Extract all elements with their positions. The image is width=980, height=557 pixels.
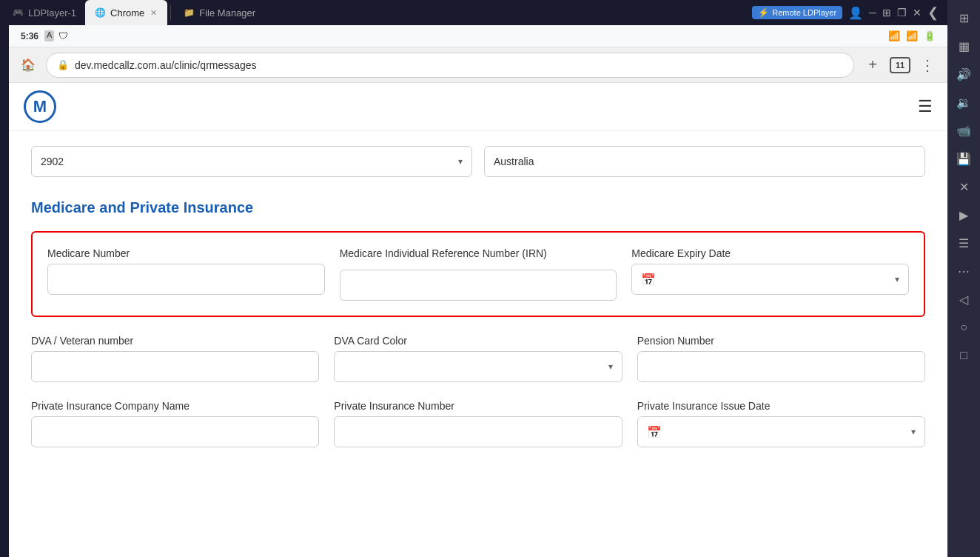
browser-toolbar: 🏠 🔒 dev.medcallz.com.au/clinic/qrmessage… bbox=[9, 47, 947, 83]
remote-badge[interactable]: ⚡ Remote LDPlayer bbox=[752, 6, 842, 19]
main-wrapper: M ☰ 2902 ▾ Australia Medicare and Privat… bbox=[9, 83, 947, 557]
emulator-icon-volume-down[interactable]: 🔉 bbox=[952, 90, 976, 114]
emulator-icon-save[interactable]: 💾 bbox=[952, 147, 976, 170]
medicare-irn-input[interactable] bbox=[340, 270, 617, 301]
emulator-icon-1[interactable]: ⊞ bbox=[952, 6, 976, 30]
dva-number-label: DVA / Veteran number bbox=[31, 335, 319, 347]
keyboard-icon: A bbox=[44, 30, 54, 41]
dva-card-color-group: DVA Card Color ▾ bbox=[334, 335, 622, 382]
emulator-icon-2[interactable]: ▦ bbox=[952, 34, 976, 58]
tab-ldplayer[interactable]: 🎮 LDPlayer-1 bbox=[3, 0, 85, 25]
emulator-icon-more[interactable]: ⋯ bbox=[952, 259, 976, 283]
tab-filemanager-label: File Manager bbox=[199, 7, 255, 19]
medicare-expiry-date-select[interactable]: 📅 ▾ bbox=[631, 264, 909, 295]
dva-number-group: DVA / Veteran number bbox=[31, 335, 319, 382]
emulator-icon-close[interactable]: ✕ bbox=[952, 175, 976, 199]
back-arrow[interactable]: ❮ bbox=[927, 4, 939, 21]
battery-icon: 🔋 bbox=[924, 30, 936, 41]
tab-chrome-label: Chrome bbox=[110, 7, 144, 19]
tabs-count-badge[interactable]: 11 bbox=[890, 57, 910, 73]
page-content: 2902 ▾ Australia Medicare and Private In… bbox=[9, 131, 947, 556]
calendar-icon: 📅 bbox=[641, 273, 895, 287]
dva-card-chevron: ▾ bbox=[608, 361, 613, 372]
app-logo: M bbox=[24, 90, 56, 123]
pension-number-input[interactable] bbox=[637, 351, 925, 382]
insurance-issue-date-label: Private Insurance Issue Date bbox=[637, 400, 925, 412]
emulator-left-strip bbox=[0, 0, 9, 557]
chrome-tab-close[interactable]: ✕ bbox=[149, 7, 158, 19]
insurance-number-label: Private Insurance Number bbox=[334, 400, 622, 412]
insurance-company-input[interactable] bbox=[31, 416, 319, 447]
remote-label: Remote LDPlayer bbox=[772, 8, 836, 17]
statusbar: 5:36 A 🛡 📶 📶 🔋 bbox=[9, 25, 947, 47]
statusbar-right: 📶 📶 🔋 bbox=[888, 30, 936, 41]
insurance-company-group: Private Insurance Company Name bbox=[31, 400, 319, 447]
medicare-section: Medicare Number Medicare Individual Refe… bbox=[31, 231, 925, 317]
close-btn[interactable]: ✕ bbox=[913, 7, 922, 19]
medicare-expiry-group: Medicare Expiry Date 📅 ▾ bbox=[631, 247, 909, 301]
tiles-icon[interactable]: ⊞ bbox=[882, 7, 891, 19]
insurance-issue-date-group: Private Insurance Issue Date 📅 ▾ bbox=[637, 400, 925, 447]
wifi-icon: 📶 bbox=[888, 30, 900, 41]
tab-filemanager[interactable]: 📁 File Manager bbox=[174, 0, 264, 25]
toolbar-actions: + 11 ⋮ bbox=[862, 54, 939, 76]
restore-btn[interactable]: ❐ bbox=[897, 7, 907, 19]
hamburger-menu[interactable]: ☰ bbox=[918, 97, 933, 116]
medicare-grid: Medicare Number Medicare Individual Refe… bbox=[47, 247, 909, 301]
country-value: Australia bbox=[494, 156, 916, 167]
insurance-issue-date-select[interactable]: 📅 ▾ bbox=[637, 416, 925, 447]
emulator-icon-back[interactable]: ◁ bbox=[952, 287, 976, 311]
tab-ldplayer-label: LDPlayer-1 bbox=[28, 7, 76, 19]
insurance-number-group: Private Insurance Number bbox=[334, 400, 622, 447]
filemanager-icon: 📁 bbox=[183, 7, 195, 19]
medicare-number-group: Medicare Number bbox=[47, 247, 325, 301]
insurance-grid: Private Insurance Company Name Private I… bbox=[31, 400, 925, 447]
medicare-irn-group: Medicare Individual Reference Number (IR… bbox=[340, 247, 617, 301]
dva-number-input[interactable] bbox=[31, 351, 319, 382]
emulator-icon-square[interactable]: □ bbox=[952, 344, 976, 367]
country-field[interactable]: Australia bbox=[484, 146, 925, 177]
top-row-fields: 2902 ▾ Australia bbox=[31, 146, 925, 177]
user-icon[interactable]: 👤 bbox=[848, 6, 863, 20]
tabs-count: 11 bbox=[896, 61, 905, 70]
minimize-btn[interactable]: ─ bbox=[869, 7, 876, 19]
chrome-icon: 🌐 bbox=[94, 7, 106, 19]
dva-card-color-select[interactable]: ▾ bbox=[334, 351, 622, 382]
lock-icon: 🔒 bbox=[57, 59, 69, 70]
tab-divider bbox=[170, 5, 171, 20]
insurance-calendar-icon: 📅 bbox=[647, 425, 911, 439]
hamburger-icon: ☰ bbox=[918, 97, 933, 116]
status-icons: A 🛡 bbox=[44, 30, 68, 41]
tab-chrome[interactable]: 🌐 Chrome ✕ bbox=[85, 0, 167, 25]
menu-button[interactable]: ⋮ bbox=[916, 54, 939, 76]
emulator-icon-camera[interactable]: 📹 bbox=[952, 119, 976, 142]
emulator-right-sidebar: ⊞ ▦ 🔊 🔉 📹 💾 ✕ ▶ ☰ ⋯ ◁ ○ □ bbox=[947, 0, 980, 557]
postcode-field[interactable]: 2902 ▾ bbox=[31, 146, 472, 177]
dva-card-color-label: DVA Card Color bbox=[334, 335, 622, 347]
emulator-icon-volume-up[interactable]: 🔊 bbox=[952, 62, 976, 86]
medicare-number-input[interactable] bbox=[47, 264, 325, 295]
medicare-expiry-label: Medicare Expiry Date bbox=[631, 247, 909, 259]
address-bar[interactable]: 🔒 dev.medcallz.com.au/clinic/qrmessages bbox=[46, 53, 854, 78]
insurance-company-label: Private Insurance Company Name bbox=[31, 400, 319, 412]
emulator-icon-circle[interactable]: ○ bbox=[952, 316, 976, 339]
insurance-chevron: ▾ bbox=[911, 427, 916, 437]
pension-number-label: Pension Number bbox=[637, 335, 925, 347]
time-display: 5:36 bbox=[21, 31, 38, 41]
emulator-icon-menu[interactable]: ☰ bbox=[952, 231, 976, 255]
logo-letter: M bbox=[33, 97, 47, 116]
postcode-chevron: ▾ bbox=[458, 156, 463, 167]
expiry-chevron: ▾ bbox=[895, 274, 899, 284]
medicare-number-label: Medicare Number bbox=[47, 247, 325, 259]
home-button[interactable]: 🏠 bbox=[18, 55, 38, 76]
taskbar: 🎮 LDPlayer-1 🌐 Chrome ✕ 📁 File Manager ⚡… bbox=[0, 0, 947, 25]
pension-number-group: Pension Number bbox=[637, 335, 925, 382]
emulator-icon-play[interactable]: ▶ bbox=[952, 203, 976, 227]
section-title: Medicare and Private Insurance bbox=[31, 199, 925, 216]
url-display: dev.medcallz.com.au/clinic/qrmessages bbox=[75, 59, 843, 71]
new-tab-button[interactable]: + bbox=[862, 54, 884, 76]
insurance-number-input[interactable] bbox=[334, 416, 622, 447]
postcode-value: 2902 bbox=[41, 156, 458, 167]
medicare-irn-label: Medicare Individual Reference Number (IR… bbox=[340, 247, 617, 259]
app-header: M ☰ bbox=[9, 83, 947, 131]
